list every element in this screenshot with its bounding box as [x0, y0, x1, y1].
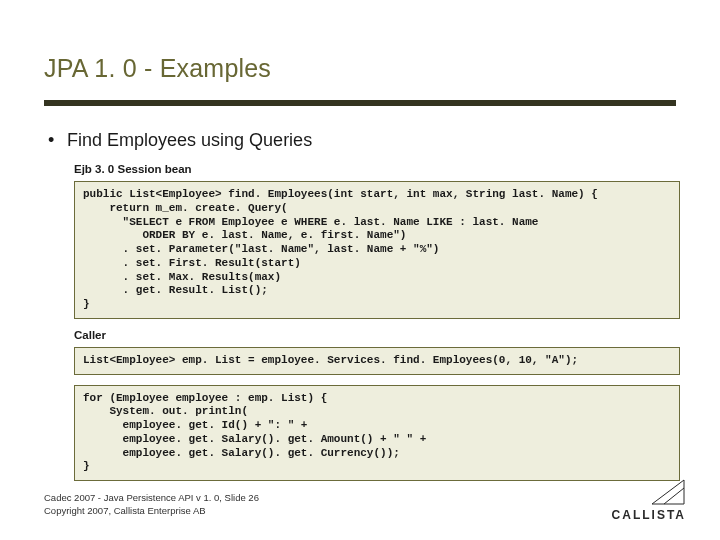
footer-line-1: Cadec 2007 - Java Persistence API v 1. 0… — [44, 492, 259, 505]
svg-line-1 — [664, 488, 684, 504]
label-caller: Caller — [74, 329, 680, 341]
bullet-dot: • — [48, 130, 62, 151]
slide-title: JPA 1. 0 - Examples — [44, 54, 271, 83]
logo: CALLISTA — [612, 478, 686, 522]
content-area: • Find Employees using Queries Ejb 3. 0 … — [44, 130, 680, 491]
bullet-item: • Find Employees using Queries — [48, 130, 680, 151]
label-session: Ejb 3. 0 Session bean — [74, 163, 680, 175]
sub-content: Ejb 3. 0 Session bean public List<Employ… — [74, 163, 680, 481]
logo-mark-icon — [650, 478, 686, 506]
bullet-text: Find Employees using Queries — [67, 130, 312, 150]
logo-text: CALLISTA — [612, 508, 686, 522]
slide: JPA 1. 0 - Examples • Find Employees usi… — [0, 0, 720, 540]
code-caller-2: for (Employee employee : emp. List) { Sy… — [74, 385, 680, 482]
footer-line-2: Copyright 2007, Callista Enterprise AB — [44, 505, 259, 518]
footer: Cadec 2007 - Java Persistence API v 1. 0… — [44, 492, 259, 518]
title-rule — [44, 100, 676, 106]
code-caller-1: List<Employee> emp. List = employee. Ser… — [74, 347, 680, 375]
code-session: public List<Employee> find. Employees(in… — [74, 181, 680, 319]
